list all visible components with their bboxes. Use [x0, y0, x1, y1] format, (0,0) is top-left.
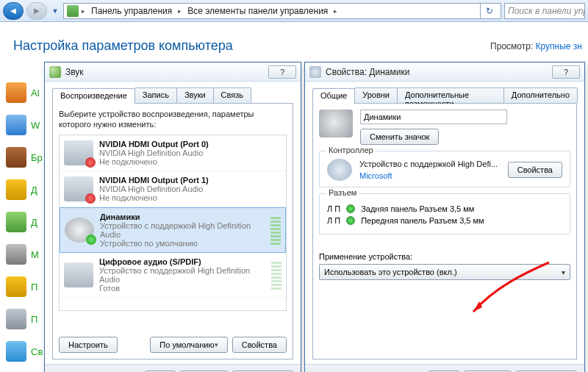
- cp-icon: [6, 115, 26, 135]
- search-input[interactable]: Поиск в панели упр: [504, 3, 585, 19]
- jack-dot-icon: [346, 204, 355, 213]
- device-row[interactable]: ДинамикиУстройство с поддержкой High Def…: [60, 207, 286, 253]
- device-text: NVIDIA HDMI Output (Port 0)NVIDIA High D…: [99, 140, 282, 166]
- set-default-button[interactable]: По умолчанию: [150, 337, 227, 353]
- device-icon: [64, 262, 93, 287]
- tab-levels[interactable]: Уровни: [354, 87, 398, 103]
- cp-icon: [6, 212, 26, 232]
- device-text: Цифровое аудио (S/PDIF)Устройство с подд…: [99, 257, 265, 293]
- control-panel-icon: [67, 5, 79, 17]
- cp-link[interactable]: W: [31, 120, 40, 131]
- sound-instruction: Выберите устройство воспроизведения, пар…: [59, 110, 287, 130]
- sound-dialog: Звук ? Воспроизведение Запись Звуки Связ…: [44, 62, 301, 372]
- controller-properties-button[interactable]: Свойства: [508, 162, 562, 178]
- prop-titlebar[interactable]: Свойства: Динамики ?: [305, 62, 584, 82]
- cp-link[interactable]: Al: [31, 87, 40, 99]
- explorer-navbar: ◄ ► ▼ ▸ Панель управления ▸ Все элементы…: [0, 0, 588, 22]
- level-meter: [270, 215, 281, 245]
- device-text: NVIDIA HDMI Output (Port 1)NVIDIA High D…: [99, 176, 282, 202]
- device-status: Не подключено: [99, 157, 282, 166]
- speaker-icon: [309, 66, 321, 78]
- prop-title: Свойства: Динамики: [326, 67, 548, 77]
- tab-enhancements[interactable]: Дополнительные возможности: [397, 87, 504, 103]
- nav-back-button[interactable]: ◄: [3, 2, 24, 20]
- jack-group-label: Разъем: [326, 188, 359, 197]
- address-bar[interactable]: ▸ Панель управления ▸ Все элементы панел…: [63, 3, 501, 19]
- device-driver: Устройство с поддержкой High Definition …: [99, 266, 265, 284]
- device-usage-label: Применение устройства:: [319, 252, 570, 261]
- cp-icon: [6, 341, 26, 362]
- tab-comm[interactable]: Связь: [213, 87, 251, 103]
- controller-icon: [327, 159, 352, 181]
- jack-lp-label: Л П: [327, 216, 340, 225]
- sound-title: Звук: [65, 67, 264, 77]
- sound-tabs: Воспроизведение Запись Звуки Связь: [52, 87, 293, 104]
- view-value-link[interactable]: Крупные зн: [536, 41, 582, 51]
- nav-forward-button[interactable]: ►: [26, 2, 47, 20]
- view-mode: Просмотр: Крупные зн: [490, 41, 582, 51]
- cp-icon: [6, 147, 26, 168]
- controller-vendor-link[interactable]: Microsoft: [359, 171, 501, 180]
- controller-group: Контроллер Устройство с поддержкой High …: [319, 151, 570, 187]
- sound-titlebar[interactable]: Звук ?: [45, 62, 301, 82]
- background-items: Al W Бр Д Д М П П Св: [6, 82, 43, 362]
- device-icon: [64, 176, 93, 201]
- device-name-input[interactable]: [360, 110, 507, 124]
- controller-name: Устройство с поддержкой High Defi...: [359, 160, 501, 168]
- cp-icon: [6, 179, 26, 200]
- cp-link[interactable]: П: [31, 314, 37, 325]
- jack-2-label: Передняя панель Разъем 3,5 мм: [361, 216, 484, 225]
- tab-advanced[interactable]: Дополнительно: [503, 87, 578, 103]
- jack-dot-icon: [346, 216, 355, 225]
- jack-lp-label: Л П: [327, 204, 340, 213]
- device-driver: NVIDIA High Definition Audio: [99, 149, 282, 157]
- breadcrumb-2[interactable]: Все элементы панели управления: [184, 6, 331, 16]
- device-usage-combo[interactable]: Использовать это устройство (вкл.): [319, 264, 570, 280]
- tab-general[interactable]: Общие: [312, 88, 355, 104]
- device-icon: [64, 140, 93, 165]
- controller-group-label: Контроллер: [326, 146, 376, 154]
- device-name: NVIDIA HDMI Output (Port 1): [99, 176, 282, 185]
- device-name: Цифровое аудио (S/PDIF): [99, 257, 265, 266]
- device-row[interactable]: NVIDIA HDMI Output (Port 1)NVIDIA High D…: [60, 171, 286, 207]
- tab-sounds[interactable]: Звуки: [176, 87, 214, 103]
- status-badge-icon: [86, 235, 96, 245]
- properties-dialog: Свойства: Динамики ? Общие Уровни Дополн…: [304, 62, 585, 372]
- properties-button[interactable]: Свойства: [232, 337, 287, 353]
- breadcrumb-1[interactable]: Панель управления: [88, 6, 175, 16]
- cp-link[interactable]: П: [31, 282, 37, 293]
- change-icon-button[interactable]: Сменить значок: [360, 129, 439, 145]
- device-list[interactable]: NVIDIA HDMI Output (Port 0)NVIDIA High D…: [59, 135, 287, 311]
- breadcrumb-sep: ▸: [334, 7, 337, 15]
- device-icon: [65, 218, 94, 243]
- sound-icon: [49, 66, 61, 78]
- device-driver: Устройство с поддержкой High Definition …: [100, 221, 265, 239]
- cp-link[interactable]: М: [31, 249, 39, 260]
- view-label: Просмотр:: [490, 41, 533, 51]
- nav-history-drop[interactable]: ▼: [50, 2, 60, 20]
- device-large-icon: [319, 110, 353, 137]
- cp-link[interactable]: Д: [31, 185, 37, 196]
- cp-link[interactable]: Д: [31, 217, 37, 228]
- status-badge-icon: [85, 157, 96, 168]
- cp-link[interactable]: Бр: [31, 152, 43, 163]
- refresh-button[interactable]: ↻: [480, 3, 498, 19]
- device-usage-value: Использовать это устройство (вкл.): [324, 268, 457, 276]
- device-text: ДинамикиУстройство с поддержкой High Def…: [100, 212, 265, 248]
- tab-recording[interactable]: Запись: [135, 87, 177, 103]
- device-row[interactable]: NVIDIA HDMI Output (Port 0)NVIDIA High D…: [60, 135, 286, 171]
- device-driver: NVIDIA High Definition Audio: [99, 185, 282, 193]
- prop-tabs: Общие Уровни Дополнительные возможности …: [312, 87, 577, 104]
- breadcrumb-sep: ▸: [178, 7, 182, 15]
- cp-link[interactable]: Св: [31, 346, 43, 357]
- cp-icon: [6, 244, 26, 265]
- device-name: Динамики: [100, 212, 265, 221]
- cp-icon: [6, 82, 26, 103]
- device-status: Устройство по умолчанию: [100, 239, 265, 248]
- help-button[interactable]: ?: [268, 65, 296, 79]
- device-row[interactable]: Цифровое аудио (S/PDIF)Устройство с подд…: [60, 253, 286, 298]
- configure-button[interactable]: Настроить: [59, 337, 118, 353]
- help-button[interactable]: ?: [552, 65, 580, 79]
- tab-playback[interactable]: Воспроизведение: [52, 88, 135, 104]
- device-status: Готов: [99, 284, 265, 293]
